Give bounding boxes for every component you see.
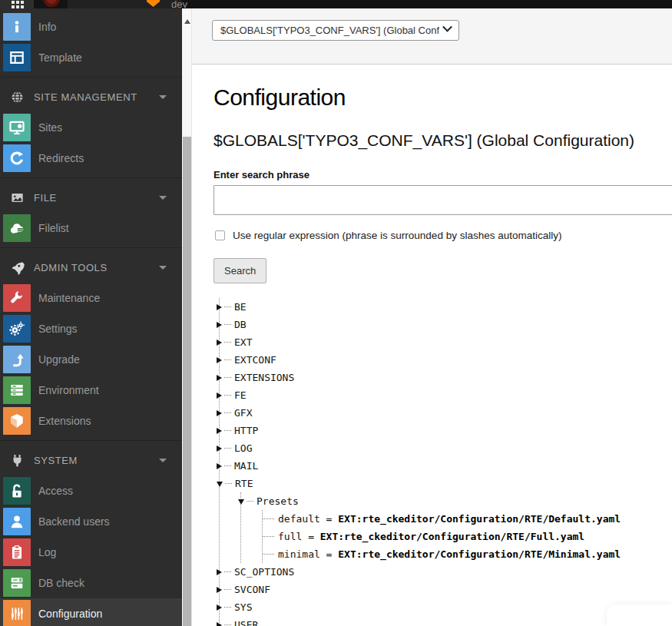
tree-row-log[interactable]: LOG — [220, 439, 672, 457]
tree-row-sc_options[interactable]: SC_OPTIONS — [220, 563, 672, 581]
tree-row-extconf[interactable]: EXTCONF — [220, 351, 672, 369]
tree-row-default[interactable]: default = EXT:rte_ckeditor/Configuration… — [263, 510, 672, 528]
sidebar-item-info[interactable]: Info — [0, 12, 182, 42]
search-input[interactable] — [214, 185, 672, 215]
search-button[interactable]: Search — [214, 258, 266, 283]
section-header-system[interactable]: SYSTEM — [0, 445, 182, 475]
configuration-selector-dropdown[interactable]: $GLOBALS['TYPO3_CONF_VARS'] (Global Conf… — [212, 20, 459, 41]
sidebar-item-label: Info — [38, 21, 56, 33]
leaf-connector — [263, 518, 274, 519]
doc-header: $GLOBALS['TYPO3_CONF_VARS'] (Global Conf… — [192, 8, 672, 65]
sidebar-item-filelist[interactable]: Filelist — [0, 213, 182, 243]
sidebar-item-label: Template — [38, 51, 82, 64]
expand-icon[interactable] — [217, 569, 222, 575]
sidebar-item-log[interactable]: Log — [0, 537, 182, 568]
gears-icon — [8, 320, 25, 337]
sidebar-item-access[interactable]: Access — [0, 475, 182, 506]
sidebar-item-settings[interactable]: Settings — [0, 313, 182, 344]
tree-row-db[interactable]: DB — [220, 316, 672, 333]
sidebar-item-label: Redirects — [38, 152, 84, 164]
plug-icon — [10, 453, 25, 468]
modules-menu-button[interactable] — [0, 0, 34, 8]
tree-row-full[interactable]: full = EXT:rte_ckeditor/Configuration/RT… — [263, 528, 672, 545]
tree-node-svconf: SVCONF — [220, 581, 672, 598]
database-icon — [8, 575, 25, 591]
tree-row-gfx[interactable]: GFX — [220, 404, 672, 422]
section-header-file[interactable]: FILE — [0, 182, 182, 213]
tree-node-label: BE — [234, 301, 247, 313]
chevron-down-icon — [442, 22, 452, 32]
sidebar-item-sites[interactable]: Sites — [0, 112, 182, 143]
sidebar-item-maintenance[interactable]: Maintenance — [0, 283, 182, 313]
regex-checkbox-label: Use regular expression (phrase is surrou… — [233, 230, 561, 241]
tree-row-mail[interactable]: MAIL — [220, 457, 672, 475]
tree-node-label: EXTENSIONS — [234, 372, 294, 383]
expand-icon[interactable] — [217, 392, 222, 399]
scroll-up-arrow-icon[interactable] — [184, 19, 190, 24]
sidebar-item-label: Log — [38, 546, 56, 558]
tree-row-user[interactable]: USER — [220, 616, 672, 626]
collapse-icon[interactable] — [238, 499, 244, 505]
expand-icon[interactable] — [217, 322, 222, 328]
tree-node-default: default = EXT:rte_ckeditor/Configuration… — [263, 510, 672, 528]
module-menu-sidebar: InfoTemplateSITE MANAGEMENTSitesRedirect… — [0, 8, 182, 626]
tree-row-extensions[interactable]: EXTENSIONS — [220, 369, 672, 386]
tree-node-label: GFX — [234, 407, 252, 419]
expand-icon[interactable] — [217, 587, 222, 593]
topbar-version-section[interactable]: 10.0.0-dev — [68, 0, 182, 8]
tree-node-label: RTE — [235, 478, 253, 489]
expand-icon[interactable] — [217, 463, 222, 469]
tree-row-svconf[interactable]: SVCONF — [220, 581, 672, 598]
sidebar-item-redirects[interactable]: Redirects — [0, 143, 182, 174]
tree-node-value: EXT:rte_ckeditor/Configuration/RTE/Defau… — [338, 513, 621, 525]
sidebar-section-system: SYSTEMAccessBackend usersLogDB checkConf… — [0, 440, 182, 626]
expand-icon[interactable] — [217, 304, 222, 310]
expand-icon[interactable] — [217, 604, 222, 611]
tree-row-be[interactable]: BE — [220, 298, 672, 316]
expand-icon[interactable] — [217, 357, 222, 363]
sidebar-item-environment[interactable]: Environment — [0, 375, 182, 406]
expand-icon[interactable] — [217, 445, 222, 452]
sidebar-item-label: Upgrade — [38, 353, 80, 366]
collapse-icon[interactable] — [217, 482, 223, 487]
sidebar-section-file: FILEFilelist — [0, 177, 182, 243]
section-label: SYSTEM — [34, 455, 78, 466]
tree-row-sys[interactable]: SYS — [220, 598, 672, 616]
sidebar-item-label: Settings — [38, 323, 78, 335]
section-label: SITE MANAGEMENT — [34, 91, 137, 103]
tree-row-presets[interactable]: Presets — [241, 492, 672, 510]
typo3-logo-badge[interactable] — [43, 0, 60, 7]
tree-row-ext[interactable]: EXT — [220, 333, 672, 351]
sidebar-item-upgrade[interactable]: Upgrade — [0, 344, 182, 375]
expand-icon[interactable] — [217, 428, 222, 434]
sidebar-item-template[interactable]: Template — [0, 42, 182, 73]
sites-icon — [8, 119, 25, 136]
expand-icon[interactable] — [217, 339, 222, 346]
top-bar: 10.0.0-dev — [0, 0, 672, 8]
section-header-admin-tools[interactable]: ADMIN TOOLS — [0, 252, 182, 283]
info-icon — [8, 18, 25, 35]
module-menu-scrollbar[interactable] — [182, 8, 192, 626]
tree-row-fe[interactable]: FE — [220, 386, 672, 404]
regex-checkbox[interactable] — [215, 230, 225, 240]
expand-icon[interactable] — [217, 410, 222, 416]
sidebar-item-db-check[interactable]: DB check — [0, 568, 182, 598]
shield-icon — [146, 0, 161, 8]
expand-icon[interactable] — [217, 375, 222, 381]
tree-node-mail: MAIL — [220, 457, 672, 475]
sidebar-item-label: Extensions — [38, 415, 91, 427]
expand-icon[interactable] — [217, 622, 222, 626]
caret-down-icon — [159, 196, 167, 200]
section-header-site-management[interactable]: SITE MANAGEMENT — [0, 81, 182, 112]
sidebar-item-backend-users[interactable]: Backend users — [0, 506, 182, 537]
tree-node-gfx: GFX — [220, 404, 672, 422]
sidebar-item-configuration[interactable]: Configuration — [0, 598, 182, 626]
tree-row-minimal[interactable]: minimal = EXT:rte_ckeditor/Configuration… — [263, 545, 672, 563]
section-label: FILE — [34, 192, 57, 204]
tree-row-rte[interactable]: RTE — [220, 475, 672, 492]
scrollbar-thumb[interactable] — [183, 137, 191, 626]
tree-node-db: DB — [220, 316, 672, 333]
sidebar-item-extensions[interactable]: Extensions — [0, 406, 182, 436]
subtitle: $GLOBALS['TYPO3_CONF_VARS'] (Global Conf… — [214, 131, 672, 150]
tree-row-http[interactable]: HTTP — [220, 422, 672, 439]
